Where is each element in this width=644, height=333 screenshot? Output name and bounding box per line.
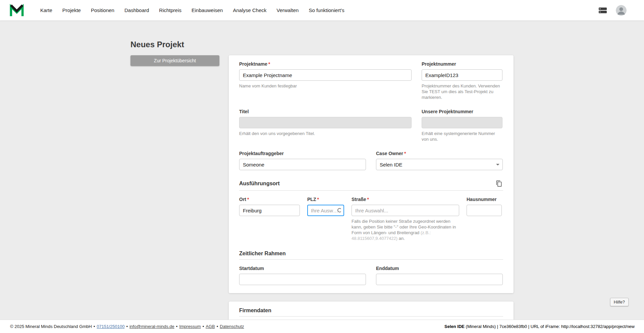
mineral-minds-logo[interactable] (9, 3, 24, 17)
footer-separator: • (94, 324, 95, 329)
zeitlicher-rahmen-title: Zeitlicher Rahmen (239, 251, 286, 257)
case-owner-field: Case Owner* Selen IDE (376, 151, 503, 170)
firmendaten-section-header: Firmendaten (239, 308, 503, 314)
firmendaten-title: Firmendaten (239, 308, 271, 314)
projektname-helper: Name vom Kunden festlegbar (239, 83, 412, 89)
required-asterisk: * (404, 151, 406, 156)
footer-user: Selen IDE (444, 324, 465, 329)
projektname-label: Projektname* (239, 61, 412, 67)
copy-icon (496, 180, 502, 187)
unsere-projektnummer-label: Unsere Projektnummer (422, 109, 502, 114)
case-owner-value: Selen IDE (380, 162, 402, 168)
required-asterisk: * (268, 61, 270, 67)
projektauftraggeber-input[interactable] (239, 159, 366, 170)
server-icon[interactable] (598, 7, 607, 14)
ausfuehrungsort-title: Ausführungsort (239, 181, 280, 187)
page-content: Neues Projekt Zur Projektübersicht Proje… (0, 20, 644, 320)
firmendaten-card: Firmendaten (229, 302, 514, 320)
nav-item-verwalten[interactable]: Verwalten (277, 0, 299, 20)
avatar-icon[interactable] (616, 5, 627, 16)
footer-separator: • (176, 324, 178, 329)
zeitlicher-rahmen-section-header: Zeitlicher Rahmen (239, 251, 503, 257)
unsere-projektnummer-helper: Erhält eine systemgenerierte Nummer von … (422, 131, 502, 142)
top-navigation: Karte Projekte Positionen Dashboard Rich… (0, 0, 644, 20)
nav-item-karte[interactable]: Karte (40, 0, 52, 20)
nav-item-einbauweisen[interactable]: Einbauweisen (192, 0, 223, 20)
chevron-down-icon (496, 164, 499, 165)
projektnummer-helper: Projektnummer des Kunden. Verwenden Sie … (422, 83, 502, 100)
footer-email-link[interactable]: info@mineral-minds.de (129, 324, 174, 329)
section-divider (239, 316, 503, 317)
footer-separator: • (217, 324, 218, 329)
ort-label: Ort* (239, 197, 300, 202)
case-owner-label: Case Owner* (376, 151, 503, 156)
projektname-input[interactable] (239, 69, 412, 81)
plz-label: PLZ* (307, 197, 344, 202)
nav-item-analyse-check[interactable]: Analyse Check (233, 0, 266, 20)
strasse-helper: Falls die Position keiner Straße zugeord… (352, 218, 459, 241)
nav-item-richtpreis[interactable]: Richtpreis (159, 0, 181, 20)
projektauftraggeber-field: Projektauftraggeber (239, 151, 366, 170)
projektnummer-input[interactable] (422, 69, 502, 81)
footer-copyright: © 2025 Mineral Minds Deutschland GmbH (10, 324, 92, 329)
strasse-label: Straße* (352, 197, 459, 202)
case-owner-select[interactable]: Selen IDE (376, 159, 503, 170)
footer-phone-link[interactable]: 07151/250100 (97, 324, 124, 329)
startdatum-label: Startdatum (239, 266, 366, 271)
startdatum-input[interactable] (239, 274, 366, 285)
footer-separator: • (203, 324, 204, 329)
projektnummer-field: Projektnummer Projektnummer des Kunden. … (422, 61, 502, 100)
unsere-projektnummer-input (422, 117, 502, 128)
startdatum-field: Startdatum (239, 266, 366, 285)
strasse-input[interactable] (352, 205, 459, 216)
zur-projektuebersicht-button[interactable]: Zur Projektübersicht (130, 55, 219, 66)
unsere-projektnummer-field: Unsere Projektnummer Erhält eine systemg… (422, 109, 502, 142)
titel-field: Titel Erhält den von uns vorgegebenen Ti… (239, 109, 412, 142)
neues-projekt-form-card: Projektname* Name vom Kunden festlegbar … (229, 55, 514, 293)
titel-helper: Erhält den von uns vorgegebenen Titel. (239, 131, 412, 136)
footer-agb-link[interactable]: AGB (206, 324, 215, 329)
titel-input (239, 117, 412, 128)
loading-spinner-icon (337, 208, 342, 212)
plz-field: PLZ* (307, 197, 344, 241)
required-asterisk: * (317, 197, 319, 202)
required-asterisk: * (367, 197, 369, 202)
footer-session-info: Selen IDE (Mineral Minds) | 7ce360e83fb0… (444, 324, 635, 329)
section-divider (239, 190, 503, 191)
ort-input[interactable] (239, 205, 300, 216)
hausnummer-input[interactable] (467, 205, 502, 216)
help-button[interactable]: Hilfe? (610, 298, 629, 306)
ort-field: Ort* (239, 197, 300, 241)
footer-separator: • (126, 324, 128, 329)
nav-item-projekte[interactable]: Projekte (62, 0, 81, 20)
main-nav: Karte Projekte Positionen Dashboard Rich… (40, 0, 344, 20)
nav-right-icons (598, 5, 635, 16)
required-asterisk: * (247, 197, 249, 202)
page-title: Neues Projekt (130, 40, 514, 49)
hausnummer-field: Hausnummer (467, 197, 502, 241)
footer-impressum-link[interactable]: Impressum (179, 324, 201, 329)
logo-icon (9, 3, 24, 17)
titel-label: Titel (239, 109, 412, 114)
ausfuehrungsort-section-header: Ausführungsort (239, 180, 503, 188)
section-divider (239, 259, 503, 260)
nav-item-positionen[interactable]: Positionen (91, 0, 114, 20)
footer: © 2025 Mineral Minds Deutschland GmbH • … (0, 320, 644, 333)
nav-item-so-funktionierts[interactable]: So funktioniert's (309, 0, 344, 20)
enddatum-field: Enddatum (376, 266, 503, 285)
nav-item-dashboard[interactable]: Dashboard (124, 0, 149, 20)
enddatum-label: Enddatum (376, 266, 503, 271)
footer-datenschutz-link[interactable]: Datenschutz (220, 324, 244, 329)
hausnummer-label: Hausnummer (467, 197, 502, 202)
strasse-field: Straße* Falls die Position keiner Straße… (352, 197, 459, 241)
enddatum-input[interactable] (376, 274, 503, 285)
footer-links: © 2025 Mineral Minds Deutschland GmbH • … (10, 324, 244, 329)
projektname-field: Projektname* Name vom Kunden festlegbar (239, 61, 412, 100)
footer-session-details: (Mineral Minds) | 7ce360e83fb0 | URL of … (465, 324, 635, 329)
projektauftraggeber-label: Projektauftraggeber (239, 151, 366, 156)
projektnummer-label: Projektnummer (422, 61, 502, 67)
copy-location-button[interactable] (495, 180, 503, 188)
